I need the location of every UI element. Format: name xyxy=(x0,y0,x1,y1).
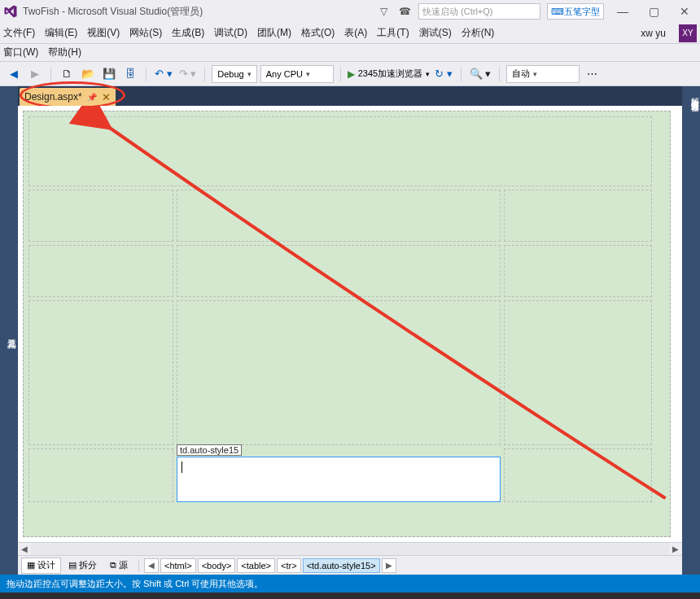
design-canvas[interactable]: td.auto-style15 xyxy=(23,111,671,537)
pin-icon[interactable]: 📌 xyxy=(87,93,97,102)
open-file-button[interactable]: 📂 xyxy=(79,65,97,83)
start-debug-button[interactable]: ▶2345加速浏览器 ▾ xyxy=(348,65,430,83)
breadcrumb-body[interactable]: <body> xyxy=(198,558,236,573)
user-badge[interactable]: XY xyxy=(679,24,697,42)
notifications-icon[interactable]: ▽ xyxy=(376,4,391,19)
status-text: 拖动边距控点可调整边距大小。按 Shift 或 Ctrl 可使用其他选项。 xyxy=(7,578,263,590)
new-project-button[interactable]: 🗋 xyxy=(58,65,76,83)
menu-analyze[interactable]: 分析(N) xyxy=(462,26,495,40)
table-cell[interactable] xyxy=(28,190,173,242)
breadcrumb-td[interactable]: <td.auto-style15> xyxy=(303,558,380,573)
main-toolbar: ◀ ▶ 🗋 📂 💾 🗄 ↶ ▾ ↷ ▾ Debug▾ Any CPU▾ ▶234… xyxy=(0,62,700,86)
breadcrumb-html[interactable]: <html> xyxy=(160,558,196,573)
window-title: TwoFish - Microsoft Visual Studio(管理员) xyxy=(23,5,376,19)
table-cell[interactable] xyxy=(177,300,501,445)
feedback-icon[interactable]: ☎ xyxy=(397,4,412,19)
menu-format[interactable]: 格式(O) xyxy=(301,26,335,40)
solution-config-combo[interactable]: Debug▾ xyxy=(212,65,256,83)
save-all-button[interactable]: 🗄 xyxy=(121,65,139,83)
menu-table[interactable]: 表(A) xyxy=(344,26,367,40)
horizontal-scrollbar[interactable]: ◀ ▶ xyxy=(18,542,682,555)
table-cell[interactable] xyxy=(504,448,652,502)
right-panel-tabs: 解决方案资源管理器 团队资源管理器 诊断工具 属性 xyxy=(682,86,700,575)
solution-platform-combo[interactable]: Any CPU▾ xyxy=(260,65,334,83)
design-view-button[interactable]: ▦ 设计 xyxy=(21,557,61,574)
menu-window[interactable]: 窗口(W) xyxy=(3,46,38,59)
redo-button[interactable]: ↷ ▾ xyxy=(177,65,199,83)
vs-logo-icon xyxy=(3,4,18,19)
table-cell[interactable] xyxy=(177,190,501,242)
breadcrumb-next-icon[interactable]: ▶ xyxy=(382,558,396,573)
signed-in-user[interactable]: xw yu xyxy=(641,28,666,39)
title-bar: TwoFish - Microsoft Visual Studio(管理员) ▽… xyxy=(0,0,700,23)
scroll-left-icon[interactable]: ◀ xyxy=(18,543,31,556)
minimize-button[interactable]: — xyxy=(610,2,635,20)
table-cell[interactable] xyxy=(28,300,173,445)
quick-launch-input[interactable]: 快速启动 (Ctrl+Q) xyxy=(418,3,540,20)
menu-tools[interactable]: 工具(T) xyxy=(377,26,409,40)
document-tab-label: Design.aspx* xyxy=(24,91,82,103)
document-well: 工具箱 Design.aspx* 📌 ✕ xyxy=(0,86,700,575)
table-cell[interactable] xyxy=(177,245,501,297)
tab-strip: Design.aspx* 📌 ✕ xyxy=(18,86,682,106)
find-in-files-button[interactable]: 🔍 ▾ xyxy=(468,65,493,83)
menu-bar: 文件(F) 编辑(E) 视图(V) 网站(S) 生成(B) 调试(D) 团队(M… xyxy=(0,23,700,44)
table-cell[interactable] xyxy=(28,116,652,186)
menu-test[interactable]: 测试(S) xyxy=(419,26,452,40)
breadcrumb-table[interactable]: <table> xyxy=(237,558,275,573)
toolbox-panel-tab[interactable]: 工具箱 xyxy=(0,86,18,575)
view-switcher-bar: ▦ 设计 ▤ 拆分 ⧉ 源 ◀ <html> <body> <table> <t… xyxy=(18,555,682,575)
status-bar: 拖动边距控点可调整边距大小。按 Shift 或 Ctrl 可使用其他选项。 xyxy=(0,575,700,592)
menu-website[interactable]: 网站(S) xyxy=(129,26,162,40)
table-cell[interactable] xyxy=(504,190,652,242)
close-button[interactable]: ✕ xyxy=(672,2,697,20)
text-cursor xyxy=(182,461,182,473)
selected-table-cell[interactable] xyxy=(177,457,501,502)
menu-build[interactable]: 生成(B) xyxy=(172,26,204,40)
save-button[interactable]: 💾 xyxy=(100,65,118,83)
menu-edit[interactable]: 编辑(E) xyxy=(45,26,77,40)
menu-help[interactable]: 帮助(H) xyxy=(48,46,81,59)
browser-link-button[interactable]: ↻ ▾ xyxy=(433,65,454,83)
document-tab[interactable]: Design.aspx* 📌 ✕ xyxy=(20,88,116,106)
breadcrumb-prev-icon[interactable]: ◀ xyxy=(144,558,159,573)
editor-area: Design.aspx* 📌 ✕ td.auto-s xyxy=(18,86,682,575)
close-tab-icon[interactable]: ✕ xyxy=(102,91,111,103)
menu-debug[interactable]: 调试(D) xyxy=(214,26,247,40)
ime-badge[interactable]: ⌨五笔字型 xyxy=(547,3,604,20)
menu-team[interactable]: 团队(M) xyxy=(257,26,291,40)
table-cell[interactable] xyxy=(28,245,173,297)
undo-button[interactable]: ↶ ▾ xyxy=(153,65,174,83)
menu-bar-2: 窗口(W) 帮助(H) xyxy=(0,44,700,62)
split-view-button[interactable]: ▤ 拆分 xyxy=(63,557,103,574)
table-cell[interactable] xyxy=(28,448,173,502)
solution-explorer-tab[interactable]: 解决方案资源管理器 xyxy=(689,91,700,575)
nav-back-button[interactable]: ◀ xyxy=(5,65,23,83)
selection-tag-label: td.auto-style15 xyxy=(177,444,242,456)
nav-forward-button[interactable]: ▶ xyxy=(26,65,44,83)
table-cell[interactable] xyxy=(504,245,652,297)
breadcrumb-tr[interactable]: <tr> xyxy=(277,558,301,573)
menu-view[interactable]: 视图(V) xyxy=(87,26,120,40)
maximize-button[interactable]: ▢ xyxy=(641,2,666,20)
designer-surface[interactable]: td.auto-style15 xyxy=(18,106,682,542)
scroll-track[interactable] xyxy=(31,543,669,556)
source-view-button[interactable]: ⧉ 源 xyxy=(104,557,133,574)
new-style-combo[interactable]: 自动▾ xyxy=(506,65,580,83)
menu-file[interactable]: 文件(F) xyxy=(3,26,35,40)
table-cell[interactable] xyxy=(504,300,652,445)
toolbar-overflow-icon[interactable]: ⋯ xyxy=(583,65,601,83)
